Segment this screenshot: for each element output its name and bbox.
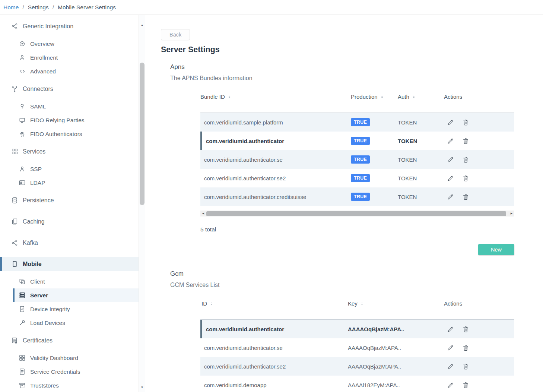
sort-icon [380,94,384,99]
sidebar-item-ssp[interactable]: SSP [0,162,139,176]
edit-icon[interactable] [447,326,454,333]
table-row-selected[interactable]: com.veridiumid.authenticator AAAAOqBjazM… [200,320,514,338]
delete-icon[interactable] [462,175,469,182]
scroll-left-icon[interactable] [200,211,206,216]
delete-icon[interactable] [462,326,469,333]
sidebar-item-server[interactable]: Server [13,288,139,302]
sidebar-item-services[interactable]: Services [0,145,139,158]
column-header-auth[interactable]: Auth [394,94,440,100]
grid-icon [19,354,26,361]
sidebar-item-validity-dashboard[interactable]: Validity Dashboard [0,351,139,365]
delete-icon[interactable] [462,137,469,145]
sidebar-item-advanced[interactable]: Advanced [0,64,139,78]
gcm-section-title: Gcm [170,270,524,278]
sidebar-item-load-devices[interactable]: Load Devices [0,316,139,330]
server-icon [19,292,26,299]
column-header-production[interactable]: Production [347,94,394,100]
sidebar-item-kafka[interactable]: Kafka [0,236,139,250]
sidebar-item-persistence[interactable]: Persistence [0,193,139,207]
new-button[interactable]: New [478,244,514,255]
bundle-id-cell: com.veridiumid.authenticator [202,138,347,144]
sidebar-scrollbar-thumb[interactable] [140,63,145,205]
bundle-id-cell: com.veridiumid.sample.platform [200,119,347,126]
gcm-section-subtitle: GCM Services List [170,282,524,288]
integration-icon [11,23,18,30]
sidebar-scrollbar[interactable] [139,15,145,392]
delete-icon[interactable] [462,156,469,163]
apns-total-count: 5 total [200,226,524,233]
table-row[interactable]: com.veridiumid.demoapp AAAAl182EyM:APA.. [200,376,514,392]
edit-icon[interactable] [447,119,454,126]
sidebar-item-ldap[interactable]: LDAP [0,176,139,190]
table-row[interactable]: com.veridiumid.authenticator.se AAAAOqBj… [200,338,514,357]
sidebar-item-certificates[interactable]: Certificates [0,333,139,347]
archive-icon [19,382,26,389]
back-button[interactable]: Back [161,29,190,40]
section-divider [161,263,524,263]
production-badge: TRUE [351,137,370,145]
table-horizontal-scrollbar[interactable] [200,211,514,216]
sidebar-item-generic-integration[interactable]: Generic Integration [0,19,139,33]
sort-icon [210,301,213,306]
delete-icon[interactable] [462,363,469,370]
scroll-right-icon[interactable] [509,211,514,216]
sidebar-item-fido-relying-parties[interactable]: FIDO Relying Parties [0,113,139,127]
edit-icon[interactable] [447,137,454,145]
code-icon [19,68,26,75]
sidebar-item-device-integrity[interactable]: Device Integrity [0,302,139,316]
sidebar-item-service-credentials[interactable]: Service Credentials [0,365,139,379]
breadcrumb-current: Mobile Server Settings [58,4,116,11]
bundle-id-cell: com.veridiumid.authenticator.se2 [200,175,347,181]
scroll-down-icon[interactable] [139,385,145,390]
edit-icon[interactable] [447,363,454,370]
key-cell: AAAAOqBjazM:APA.. [346,363,440,370]
edit-icon[interactable] [447,193,454,200]
overview-icon [19,40,26,47]
column-header-id[interactable]: ID [200,300,346,307]
delete-icon[interactable] [462,119,469,126]
sort-icon [412,94,416,99]
edit-icon[interactable] [447,344,454,351]
delete-icon[interactable] [462,382,469,389]
table-row[interactable]: com.veridiumid.authenticator.se2 TRUE TO… [200,169,514,187]
delete-icon[interactable] [462,344,469,351]
table-row[interactable]: com.veridiumid.authenticator.creditsuiss… [200,187,514,206]
enrollment-icon [19,54,26,61]
gcm-table: ID Key Actions com.veridiumid.authentica… [200,300,514,392]
id-cell: com.veridiumid.authenticator.se [200,345,346,351]
phone-icon [11,260,18,268]
auth-cell: TOKEN [394,138,440,144]
sidebar-item-overview[interactable]: Overview [0,37,139,51]
table-row[interactable]: com.veridiumid.authenticator.se2 AAAAOqB… [200,357,514,376]
sidebar-item-fido-authenticators[interactable]: FIDO Authenticators [0,127,139,141]
horizontal-scrollbar-thumb[interactable] [206,211,506,216]
scroll-up-icon[interactable] [139,22,145,28]
column-header-key[interactable]: Key [346,300,440,307]
breadcrumb-settings[interactable]: Settings [28,4,49,11]
id-cell: com.veridiumid.authenticator.se2 [200,363,346,370]
key-cell: AAAAOqBjazM:APA.. [346,326,440,332]
connectors-icon [11,85,18,92]
key-cell: AAAAOqBjazM:APA.. [346,345,440,351]
id-card-icon [19,179,26,186]
breadcrumb: Home / Settings / Mobile Server Settings [0,0,543,15]
sidebar-item-mobile[interactable]: Mobile [0,257,139,271]
key-icon [19,103,26,110]
delete-icon[interactable] [462,193,469,200]
sidebar-item-enrollment[interactable]: Enrollment [0,51,139,64]
auth-cell: TOKEN [394,194,440,200]
edit-icon[interactable] [447,382,454,389]
key-cell: AAAAl182EyM:APA.. [346,382,440,388]
sidebar-item-connectors[interactable]: Connectors [0,82,139,96]
table-row-selected[interactable]: com.veridiumid.authenticator TRUE TOKEN [200,132,514,150]
column-header-bundle-id[interactable]: Bundle ID [200,94,347,100]
table-row[interactable]: com.veridiumid.authenticator.se TRUE TOK… [200,150,514,169]
edit-icon[interactable] [447,175,454,182]
sidebar-item-saml[interactable]: SAML [0,99,139,113]
sidebar-item-client[interactable]: Client [0,275,139,288]
table-row[interactable]: com.veridiumid.sample.platform TRUE TOKE… [200,113,514,132]
sidebar-item-caching[interactable]: Caching [0,215,139,228]
sidebar-item-truststores[interactable]: Truststores [0,379,139,392]
edit-icon[interactable] [447,156,454,163]
breadcrumb-home[interactable]: Home [3,4,19,11]
